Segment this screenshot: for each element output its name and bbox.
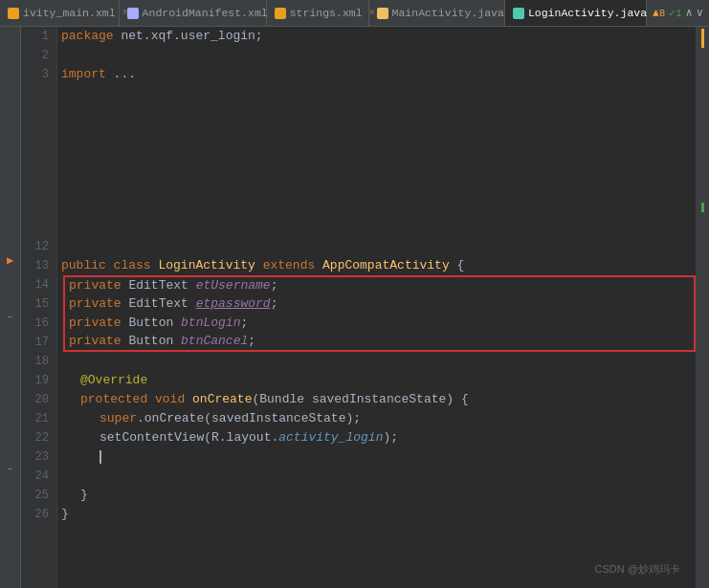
code-line-20: protected void onCreate(Bundle savedInst… — [61, 390, 696, 409]
tab-bar: ivity_main.xml × AndroidManifest.xml × s… — [0, 0, 709, 27]
line-num-17: 17 — [35, 333, 49, 352]
line-num-22: 22 — [35, 428, 49, 447]
tab-login-activity[interactable]: LoginActivity.java × — [505, 0, 647, 26]
tab-activity-main[interactable]: ivity_main.xml × — [0, 0, 120, 26]
tab-label: MainActivity.java — [392, 7, 504, 19]
type-button-2: Button — [128, 332, 181, 351]
tab-label: AndroidManifest.xml — [143, 7, 268, 19]
type-bundle: Bundle — [259, 390, 312, 409]
keyword-package: package — [61, 27, 121, 46]
warning-badge: ▲8 ✓1 — [653, 7, 681, 19]
code-line-17: private Button btnCancel; — [63, 333, 696, 352]
manifest-file-icon — [127, 8, 139, 19]
tab-label: strings.xml — [290, 7, 363, 19]
code-line-1: package net.xqf.user_login; — [61, 27, 696, 46]
line-num-1: 1 — [42, 27, 49, 46]
field-btncancel: btnCancel — [181, 332, 248, 351]
package-name: net.xqf.user_login; — [121, 27, 262, 46]
line-num-13: 13 — [35, 256, 49, 275]
code-line-3: import ... — [61, 65, 696, 84]
watermark: CSDN @炒鸡玛卡 — [595, 562, 680, 577]
tab-strings[interactable]: strings.xml × — [267, 0, 369, 26]
method-setcontentview: setContentView(R.layout. — [100, 428, 278, 447]
field-etpassword: etpassword — [196, 294, 271, 314]
line-num-25: 25 — [35, 486, 49, 505]
code-line-24 — [61, 467, 696, 486]
chevron-down-icon[interactable]: ∨ — [697, 6, 703, 20]
keyword-extends: extends — [263, 256, 322, 275]
code-line-12 — [61, 237, 696, 256]
code-line-14: private EditText etUsername; — [63, 275, 696, 294]
editor-container: ivity_main.xml × AndroidManifest.xml × s… — [0, 0, 709, 588]
paren-open: ( — [252, 390, 259, 409]
keyword-super: super — [100, 409, 137, 428]
tab-main-activity[interactable]: MainActivity.java × — [369, 0, 505, 26]
field-btnlogin: btnLogin — [181, 314, 240, 333]
field-etusername: etUsername — [196, 276, 271, 295]
scroll-marker-ok — [701, 203, 704, 212]
right-scrollbar[interactable] — [696, 27, 709, 588]
line-num-23: 23 — [35, 447, 49, 467]
class-name: LoginActivity — [158, 256, 262, 275]
code-line-2 — [61, 46, 696, 65]
close-brace-class: } — [61, 505, 69, 524]
strings-file-icon — [275, 8, 286, 19]
line-num-16: 16 — [35, 314, 49, 333]
tab-label: LoginActivity.java — [528, 7, 647, 19]
keyword-private-3: private — [69, 314, 128, 333]
warning-count: ▲8 — [653, 8, 665, 19]
chevron-up-icon[interactable]: ∧ — [686, 6, 693, 20]
import-ellipsis: ... — [114, 65, 136, 84]
keyword-protected: protected — [80, 390, 155, 409]
line-num-26: 26 — [35, 505, 49, 524]
line-num-15: 15 — [35, 294, 49, 314]
type-button-1: Button — [128, 314, 181, 333]
close-paren: ); — [383, 428, 398, 447]
line-num-24: 24 — [35, 467, 49, 486]
code-line-16: private Button btnLogin; — [63, 314, 696, 333]
semicolon-3: ; — [240, 314, 248, 333]
code-line-26: } — [61, 505, 696, 524]
method-oncreate: onCreate — [192, 390, 252, 409]
line-num-20: 20 — [35, 390, 49, 409]
keyword-import: import — [61, 65, 114, 84]
keyword-class: class — [114, 256, 159, 275]
scroll-marker-warning — [701, 29, 704, 48]
close-brace-method: } — [80, 486, 88, 505]
open-brace: { — [450, 256, 465, 275]
line-num-19: 19 — [35, 371, 49, 390]
line-num-21: 21 — [35, 409, 49, 428]
code-line-13: public class LoginActivity extends AppCo… — [61, 256, 696, 275]
keyword-private-4: private — [69, 332, 128, 351]
code-line-25: } — [61, 486, 696, 505]
line-num-3: 3 — [42, 65, 49, 84]
code-lines: package net.xqf.user_login; import ... p… — [57, 27, 696, 524]
param-savedinstancestate: savedInstanceState) { — [312, 390, 469, 409]
layout-ref: activity_login — [278, 428, 383, 447]
type-edittext-1: EditText — [128, 276, 195, 295]
line-num-12: 12 — [35, 237, 49, 256]
keyword-private-1: private — [69, 276, 128, 295]
code-content[interactable]: package net.xqf.user_login; import ... p… — [57, 27, 696, 588]
keyword-private-2: private — [69, 294, 128, 314]
code-line-21: super.onCreate(savedInstanceState); — [61, 409, 696, 428]
line-numbers: 1 2 3 12 13 14 15 16 17 18 19 20 21 22 2… — [21, 27, 57, 588]
fold-gutter-icon2: – — [3, 461, 18, 476]
semicolon-2: ; — [271, 294, 278, 314]
line-num-18: 18 — [35, 352, 49, 371]
code-line-22: setContentView(R.layout.activity_login); — [61, 428, 696, 447]
text-cursor — [100, 450, 101, 464]
code-line-19: @Override — [61, 371, 696, 390]
java-active-file-icon — [513, 8, 524, 19]
tab-actions: ▲8 ✓1 ∧ ∨ — [647, 6, 709, 20]
java-file-icon — [377, 8, 388, 19]
line-num-14: 14 — [35, 275, 49, 294]
tab-label: ivity_main.xml — [23, 7, 116, 19]
annotation-override: @Override — [80, 371, 147, 390]
keyword-public: public — [61, 256, 114, 275]
semicolon-1: ; — [271, 276, 278, 295]
type-edittext-2: EditText — [128, 294, 195, 314]
keyword-void: void — [155, 390, 192, 409]
tab-android-manifest[interactable]: AndroidManifest.xml × — [120, 0, 267, 26]
code-line-18 — [61, 352, 696, 371]
